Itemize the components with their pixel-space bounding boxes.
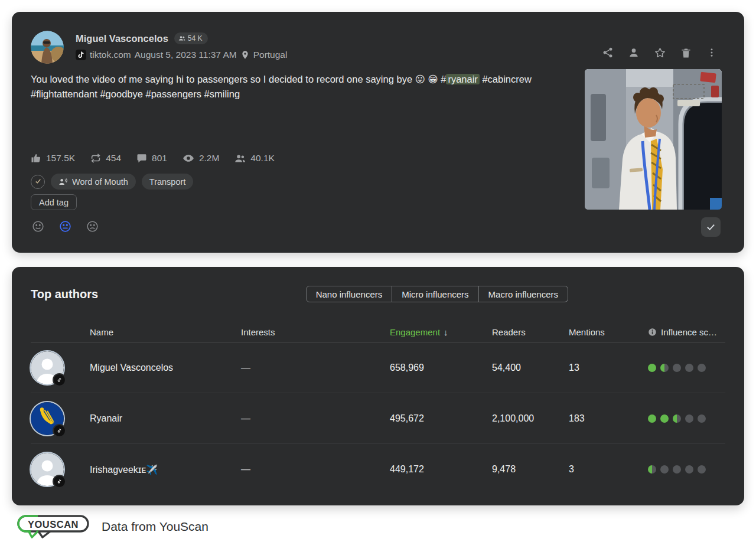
post-date: August 5, 2023 11:37 AM (135, 50, 237, 60)
tags-row: Word of Mouth Transport (31, 174, 193, 190)
column-header-engagement-sorted[interactable]: Engagement ↓ (390, 327, 492, 337)
influence-label: Influence sc… (661, 327, 717, 337)
comments-stat: 801 (136, 153, 167, 164)
influence-score-dots (648, 364, 725, 372)
more-menu-button[interactable] (705, 46, 718, 59)
keyword-highlight: ryanair (446, 74, 479, 84)
row-avatar (31, 453, 64, 486)
influence-dot-empty (685, 465, 693, 474)
top-authors-card: Top authors Nano influencers Micro influ… (12, 267, 744, 505)
post-image[interactable] (585, 69, 722, 210)
mention-card: Miguel Vasconcelos 54 K tiktok.com Augus… (12, 12, 744, 253)
row-avatar (31, 351, 64, 384)
column-header-readers[interactable]: Readers (492, 327, 569, 337)
interests-cell: — (241, 464, 390, 475)
column-header-mentions[interactable]: Mentions (569, 327, 648, 337)
beach-avatar-image (31, 31, 64, 64)
column-header-name[interactable]: Name (90, 327, 241, 337)
favorite-button[interactable] (653, 46, 666, 59)
reach-count: 40.1K (250, 153, 275, 164)
source-domain[interactable]: tiktok.com (90, 50, 131, 60)
post-actions (601, 46, 718, 59)
comments-count: 801 (152, 153, 167, 164)
youscan-logo: YOUSCAN (14, 512, 92, 541)
table-row-ryanair[interactable]: Ryanair — 495,672 2,100,000 183 (31, 393, 725, 444)
readers-cell: 9,478 (492, 464, 569, 475)
author-name[interactable]: Miguel Vasconcelos (76, 33, 168, 44)
likes-count: 157.5K (46, 153, 75, 164)
add-tag-button[interactable]: Add tag (31, 194, 77, 210)
tab-nano-influencers[interactable]: Nano influencers (306, 286, 393, 302)
mentions-cell: 183 (569, 413, 648, 424)
youscan-logo-text: YOUSCAN (28, 519, 79, 530)
tiktok-badge-icon (54, 374, 65, 386)
post-header: Miguel Vasconcelos 54 K tiktok.com Augus… (31, 31, 287, 64)
readers-cell: 54,400 (492, 363, 569, 373)
engagement-label: Engagement (390, 327, 440, 337)
positive-face-icon (32, 220, 44, 233)
kebab-menu-icon (706, 47, 717, 58)
views-stat: 2.2M (183, 152, 219, 164)
location-pin-icon (240, 50, 250, 60)
table-row-irishagveek[interactable]: Irishagveekɪᴇ✈️ — 449,172 9,478 3 (31, 444, 725, 495)
eye-icon (183, 152, 194, 164)
reposts-count: 454 (106, 153, 121, 164)
tiktok-badge-icon (54, 425, 65, 436)
select-mention-checkbox[interactable] (701, 217, 721, 237)
influence-dot-half (660, 364, 669, 372)
influence-dot-empty (698, 465, 706, 474)
sort-descending-icon: ↓ (444, 327, 448, 337)
influence-score-dots (648, 414, 725, 423)
comment-icon (136, 153, 147, 164)
people-icon (178, 35, 185, 42)
post-text-segment: You loved the video of me saying hi to p… (31, 74, 446, 84)
star-icon (654, 47, 666, 59)
post-location: Portugal (253, 50, 288, 60)
share-button[interactable] (601, 46, 614, 59)
row-avatar (31, 402, 64, 435)
table-row-miguel[interactable]: Miguel Vasconcelos — 658,969 54,400 13 (31, 342, 725, 393)
delete-button[interactable] (679, 46, 692, 59)
interests-cell: — (241, 363, 390, 373)
sentiment-positive-button[interactable] (31, 220, 45, 234)
author-name-cell[interactable]: Irishagveekɪᴇ✈️ (90, 464, 241, 475)
auto-tag-icon[interactable] (31, 175, 45, 189)
sentiment-row (31, 220, 99, 234)
sentiment-neutral-button-selected[interactable] (58, 220, 72, 234)
thumbs-up-icon (31, 153, 41, 164)
influence-dot-half (648, 465, 656, 474)
sentiment-negative-button[interactable] (85, 220, 99, 234)
tab-macro-influencers[interactable]: Macro influencers (479, 286, 568, 302)
influence-dot-full (648, 414, 656, 423)
repost-icon (90, 153, 101, 164)
engagement-cell: 495,672 (390, 413, 492, 424)
tag-transport[interactable]: Transport (142, 174, 194, 190)
person-icon (628, 47, 640, 58)
column-header-influence-score[interactable]: Influence sc… (648, 327, 725, 337)
engagement-cell: 449,172 (390, 464, 492, 475)
tag-word-of-mouth[interactable]: Word of Mouth (51, 174, 136, 190)
author-name-cell[interactable]: Miguel Vasconcelos (90, 363, 241, 373)
influence-dot-empty (685, 414, 693, 423)
tiktok-badge-icon (54, 476, 65, 487)
info-icon[interactable] (648, 328, 657, 337)
tab-micro-influencers[interactable]: Micro influencers (392, 286, 478, 302)
column-header-interests[interactable]: Interests (241, 327, 390, 337)
word-of-mouth-icon (58, 177, 68, 187)
people-icon (234, 153, 246, 164)
tag-label: Word of Mouth (72, 177, 128, 187)
checkmark-icon (706, 222, 716, 232)
flight-attendant-photo (585, 69, 722, 210)
author-name-cell[interactable]: Ryanair (90, 413, 241, 424)
likes-stat: 157.5K (31, 153, 75, 164)
author-avatar[interactable] (31, 31, 64, 64)
top-authors-title: Top authors (31, 288, 98, 301)
influence-score-dots (648, 465, 725, 474)
influence-dot-empty (673, 465, 681, 474)
audience-count: 54 K (188, 34, 203, 43)
author-profile-button[interactable] (627, 46, 640, 59)
share-icon (602, 47, 614, 58)
mentions-cell: 3 (569, 464, 648, 475)
readers-cell: 2,100,000 (492, 413, 569, 424)
smart-check-icon (34, 178, 42, 185)
